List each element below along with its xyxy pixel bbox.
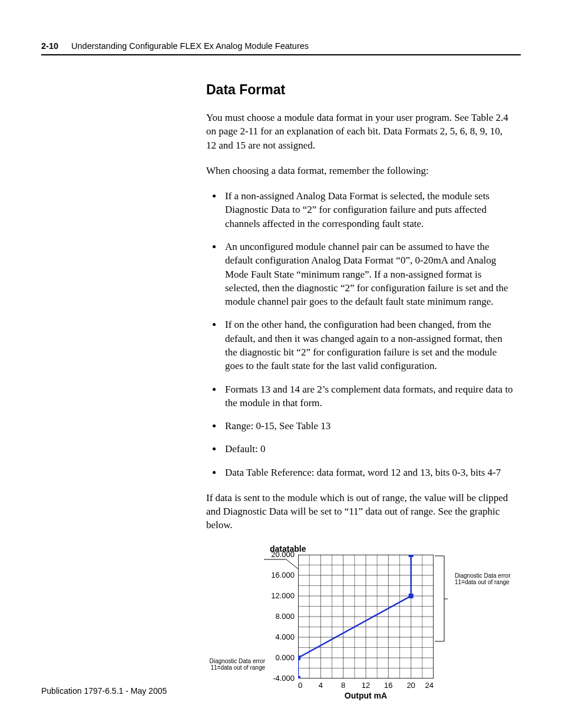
list-item: An unconfigured module channel pair can … bbox=[223, 240, 515, 308]
annot-text: 11=data out of range bbox=[210, 664, 265, 671]
x-tick-label: 20 bbox=[399, 681, 422, 690]
list-item: Data Table Reference: data format, word … bbox=[223, 466, 515, 479]
paragraph: If data is sent to the module which is o… bbox=[206, 491, 515, 532]
annot-text: Diagnostic Data error bbox=[455, 572, 510, 579]
annot-text: Diagnostic Data error bbox=[210, 658, 265, 664]
x-axis-title: Output mA bbox=[345, 691, 387, 700]
paragraph: You must choose a module data format in … bbox=[206, 111, 515, 152]
list-item: If a non-assigned Analog Data Format is … bbox=[223, 189, 515, 230]
x-tick-label: 16 bbox=[377, 681, 399, 690]
x-tick-label: 0 bbox=[298, 681, 309, 690]
svg-rect-47 bbox=[409, 555, 414, 557]
publication-footer: Publication 1797-6.5.1 - May 2005 bbox=[41, 686, 167, 696]
list-item: Range: 0-15, See Table 13 bbox=[223, 419, 515, 433]
x-axis-labels: 04812162024 bbox=[298, 681, 434, 690]
x-tick-label: 24 bbox=[422, 681, 434, 690]
list-item: Default: 0 bbox=[223, 442, 515, 456]
leader-left-icon bbox=[264, 555, 399, 678]
page-number: 2-10 bbox=[41, 41, 58, 51]
x-tick-label: 4 bbox=[309, 681, 332, 690]
bracket-right-icon bbox=[434, 555, 451, 678]
paragraph: When choosing a data format, remember th… bbox=[206, 164, 515, 177]
chart-title: datatable bbox=[270, 544, 515, 554]
running-head: 2-10 Understanding Configurable FLEX Ex … bbox=[41, 41, 521, 51]
annot-text: 11=data out of range bbox=[455, 579, 510, 585]
chart-annotation-right: Diagnostic Data error 11=data out of ran… bbox=[455, 572, 520, 586]
list-item: If on the other hand, the configuration … bbox=[223, 318, 515, 373]
section-title: Data Format bbox=[206, 82, 515, 98]
chart: datatable Diagnostic Data error 11=data … bbox=[206, 544, 515, 700]
list-item: Formats 13 and 14 are 2’s complement dat… bbox=[223, 383, 515, 410]
chapter-title: Understanding Configurable FLEX Ex Analo… bbox=[71, 41, 309, 51]
bullet-list: If a non-assigned Analog Data Format is … bbox=[206, 189, 515, 479]
x-tick-label: 12 bbox=[355, 681, 377, 690]
header-rule bbox=[41, 54, 521, 55]
plot-area bbox=[298, 555, 434, 678]
chart-annotation-left: Diagnostic Data error 11=data out of ran… bbox=[206, 658, 265, 671]
x-tick-label: 8 bbox=[332, 681, 354, 690]
svg-rect-46 bbox=[409, 594, 414, 598]
